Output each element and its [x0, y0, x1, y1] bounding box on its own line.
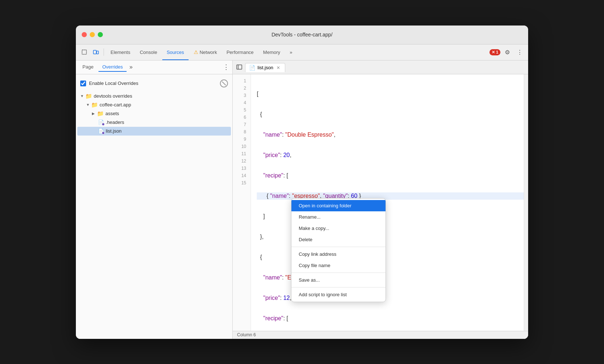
file-tab-name: list.json — [258, 65, 273, 70]
line-num-14: 14 — [233, 172, 251, 179]
chevron-icon: ▼ — [80, 94, 84, 98]
enable-overrides-row: Enable Local Overrides — [77, 77, 231, 92]
chevron-icon: ▶ — [92, 111, 96, 116]
close-tab-button[interactable]: ✕ — [275, 65, 281, 71]
editor-area: 📄 list.json ✕ 1 2 3 4 5 6 7 — [233, 60, 528, 339]
tab-elements[interactable]: Elements — [106, 46, 135, 58]
chevron-icon: ▼ — [86, 103, 90, 107]
sidebar-tab-more[interactable]: » — [128, 64, 134, 70]
scrollbar[interactable] — [524, 74, 528, 331]
editor-inner: 1 2 3 4 5 6 7 8 9 10 11 12 13 14 — [233, 74, 528, 331]
file-tree: ▼ 📁 devtools overrides ▼ 📁 coffee-cart.a… — [77, 92, 231, 136]
block-icon[interactable] — [220, 79, 228, 87]
code-line-4: "price": 20, — [257, 152, 524, 159]
device-toolbar-icon[interactable] — [90, 47, 101, 57]
tree-item-devtools-overrides[interactable]: ▼ 📁 devtools overrides — [77, 92, 231, 101]
fullscreen-button[interactable] — [98, 32, 103, 37]
folder-icon: 📁 — [97, 110, 104, 117]
sidebar-menu-button[interactable]: ⋮ — [223, 63, 229, 71]
sidebar-tab-page[interactable]: Page — [79, 63, 97, 72]
tree-item-list-json[interactable]: 📄 list.json — [77, 127, 231, 136]
more-options-icon[interactable]: ⋮ — [514, 47, 525, 57]
status-bar: Column 6 — [233, 331, 528, 339]
context-menu: Open in containing folder Rename... Make… — [291, 198, 386, 302]
line-num-8: 8 — [233, 128, 251, 136]
line-num-12: 12 — [233, 157, 251, 165]
network-warning-icon: ⚠ — [194, 49, 198, 55]
settings-icon[interactable]: ⚙ — [502, 47, 513, 57]
content-area: Page Overrides » ⋮ Enable Local Override… — [76, 60, 528, 339]
tab-memory[interactable]: Memory — [259, 46, 284, 58]
line-num-4: 4 — [233, 99, 251, 106]
line-num-13: 13 — [233, 165, 251, 172]
tree-item-label: assets — [105, 111, 119, 116]
minimize-button[interactable] — [90, 32, 95, 37]
svg-rect-0 — [82, 50, 86, 54]
context-menu-separator-2 — [291, 273, 386, 273]
context-menu-item-copy-file[interactable]: Copy file name — [291, 260, 386, 271]
tree-item-label: devtools overrides — [94, 93, 132, 99]
sidebar-tabs: Page Overrides » ⋮ — [76, 60, 232, 74]
sidebar-tab-overrides[interactable]: Overrides — [98, 63, 126, 72]
enable-overrides-checkbox[interactable] — [80, 81, 86, 86]
line-num-9: 9 — [233, 136, 251, 143]
code-line-3: "name": "Double Espresso", — [257, 131, 524, 138]
error-badge[interactable]: ✕ 1 — [489, 49, 500, 55]
window-title: DevTools - coffee-cart.app/ — [271, 32, 332, 38]
code-line-1: [ — [257, 90, 524, 98]
line-num-11: 11 — [233, 150, 251, 157]
file-tab-icon: 📄 — [249, 65, 255, 71]
tree-item-assets[interactable]: ▶ 📁 assets — [77, 109, 231, 118]
sidebar-toggle-icon[interactable] — [234, 62, 244, 72]
tab-performance[interactable]: Performance — [222, 46, 258, 58]
svg-rect-1 — [93, 50, 96, 54]
close-button[interactable] — [82, 32, 87, 37]
main-toolbar: Elements Console Sources ⚠ Network Perfo… — [76, 44, 528, 60]
folder-icon: 📁 — [85, 93, 92, 99]
select-element-icon[interactable] — [79, 47, 90, 57]
tree-item-label: coffee-cart.app — [100, 102, 131, 107]
code-line-2: { — [257, 111, 524, 118]
svg-rect-2 — [97, 51, 98, 54]
line-num-6: 6 — [233, 114, 251, 121]
toolbar-divider-1 — [104, 48, 104, 56]
code-line-5: "recipe": [ — [257, 172, 524, 179]
line-num-10: 10 — [233, 143, 251, 150]
line-num-1: 1 — [233, 77, 251, 85]
more-tabs-button[interactable]: » — [285, 46, 297, 58]
code-line-12: "recipe": [ — [257, 315, 524, 322]
devtools-window: DevTools - coffee-cart.app/ Elements Con… — [76, 26, 528, 339]
line-num-3: 3 — [233, 92, 251, 99]
toolbar-right: ✕ 1 ⚙ ⋮ — [489, 47, 525, 57]
editor-file-tab[interactable]: 📄 list.json ✕ — [245, 63, 285, 72]
context-menu-separator-3 — [291, 287, 386, 287]
line-num-7: 7 — [233, 121, 251, 128]
sidebar-content: Enable Local Overrides ▼ 📁 devtools over… — [76, 74, 232, 339]
context-menu-item-delete[interactable]: Delete — [291, 234, 386, 245]
tree-item-headers[interactable]: 📄 .headers — [77, 118, 231, 127]
line-num-5: 5 — [233, 106, 251, 114]
context-menu-item-make-copy[interactable]: Make a copy... — [291, 223, 386, 234]
traffic-lights — [82, 32, 103, 37]
tree-item-coffee-cart[interactable]: ▼ 📁 coffee-cart.app — [77, 101, 231, 109]
sidebar: Page Overrides » ⋮ Enable Local Override… — [76, 60, 233, 339]
tab-sources[interactable]: Sources — [162, 46, 189, 58]
enable-overrides-label: Enable Local Overrides — [89, 81, 138, 86]
context-menu-item-add-ignore[interactable]: Add script to ignore list — [291, 289, 386, 300]
context-menu-item-open-folder[interactable]: Open in containing folder — [291, 200, 386, 211]
context-menu-item-rename[interactable]: Rename... — [291, 211, 386, 223]
svg-rect-3 — [237, 65, 242, 69]
context-menu-item-copy-link[interactable]: Copy link address — [291, 248, 386, 260]
file-icon-container: 📄 — [98, 128, 104, 134]
line-num-15: 15 — [233, 179, 251, 187]
tab-console[interactable]: Console — [135, 46, 162, 58]
tab-network[interactable]: ⚠ Network — [189, 46, 221, 58]
title-bar: DevTools - coffee-cart.app/ — [76, 26, 528, 44]
context-menu-item-save-as[interactable]: Save as... — [291, 274, 386, 286]
context-menu-separator-1 — [291, 247, 386, 247]
file-icon-container: 📄 — [98, 119, 104, 126]
editor-wrapper: 1 2 3 4 5 6 7 8 9 10 11 12 13 14 — [233, 74, 528, 339]
tree-item-label: list.json — [106, 128, 121, 134]
line-numbers: 1 2 3 4 5 6 7 8 9 10 11 12 13 14 — [233, 74, 251, 331]
line-num-2: 2 — [233, 85, 251, 92]
